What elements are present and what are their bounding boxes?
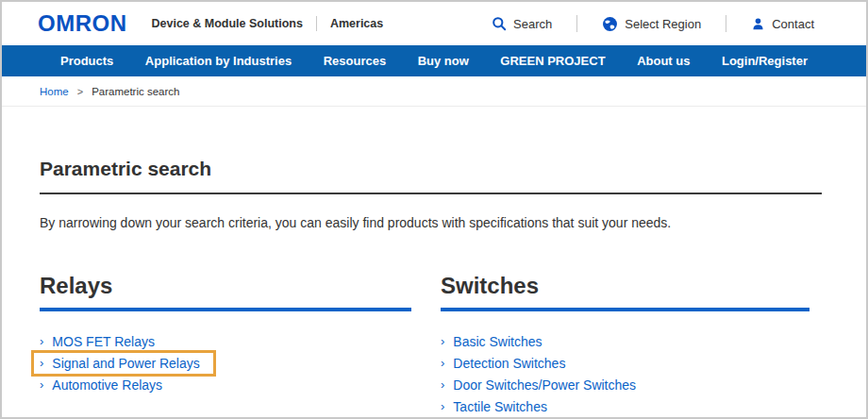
nav-item-resources[interactable]: Resources xyxy=(324,54,386,68)
chevron-right-icon: › xyxy=(441,357,444,369)
link-detection-switches[interactable]: Detection Switches xyxy=(453,356,565,371)
select-region-button[interactable]: Select Region xyxy=(602,16,701,32)
section-relays: Relays › MOS FET Relays › Signal and Pow… xyxy=(40,274,411,417)
breadcrumb-home-link[interactable]: Home xyxy=(40,86,69,97)
link-mos-fet-relays[interactable]: MOS FET Relays xyxy=(52,334,155,349)
header-divider xyxy=(316,16,317,31)
nav-item-about-us[interactable]: About us xyxy=(637,54,690,68)
division-label: Device & Module Solutions xyxy=(152,17,303,30)
utility-divider xyxy=(726,15,726,32)
breadcrumb: Home > Parametric search xyxy=(2,76,866,107)
link-door-switches-power-switches[interactable]: Door Switches/Power Switches xyxy=(453,377,636,393)
list-item: › Door Switches/Power Switches xyxy=(441,374,810,395)
nav-item-login-register[interactable]: Login/Register xyxy=(722,54,808,68)
relays-section-title: Relays xyxy=(40,274,411,298)
search-label: Search xyxy=(513,17,552,31)
switches-section-title: Switches xyxy=(441,274,810,298)
omron-logo[interactable]: OMRON xyxy=(38,12,127,35)
contact-button[interactable]: Contact xyxy=(751,17,814,31)
chevron-right-icon: › xyxy=(40,335,43,347)
relays-section-rule xyxy=(40,308,411,311)
utility-divider xyxy=(576,15,577,32)
link-basic-switches[interactable]: Basic Switches xyxy=(453,334,542,349)
switches-links: › Basic Switches › Detection Switches › … xyxy=(441,330,810,417)
relays-links: › MOS FET Relays › Signal and Power Rela… xyxy=(40,330,411,395)
nav-item-products[interactable]: Products xyxy=(60,54,113,68)
contact-label: Contact xyxy=(772,17,814,31)
nav-item-buy-now[interactable]: Buy now xyxy=(418,54,469,68)
globe-icon xyxy=(602,16,618,32)
page-description: By narrowing down your search criteria, … xyxy=(40,215,822,230)
link-tactile-switches[interactable]: Tactile Switches xyxy=(453,399,547,414)
link-signal-and-power-relays[interactable]: Signal and Power Relays xyxy=(52,356,199,371)
list-item: › Automotive Relays xyxy=(40,374,411,395)
nav-item-application-by-industries[interactable]: Application by Industries xyxy=(145,54,292,68)
nav-item-green-project[interactable]: GREEN PROJECT xyxy=(500,54,605,68)
search-button[interactable]: Search xyxy=(492,16,552,31)
list-item: › Signal and Power Relays xyxy=(40,352,411,374)
region-label: Americas xyxy=(330,17,383,30)
breadcrumb-separator: > xyxy=(77,86,83,97)
page-title: Parametric search xyxy=(40,158,822,194)
breadcrumb-current: Parametric search xyxy=(92,86,179,97)
main-navigation: Products Application by Industries Resou… xyxy=(2,45,866,76)
highlight-box: › Signal and Power Relays xyxy=(31,350,216,377)
omron-parametric-search-page: OMRON Device & Module Solutions Americas… xyxy=(0,0,868,419)
chevron-right-icon: › xyxy=(441,378,444,391)
chevron-right-icon: › xyxy=(441,400,444,412)
category-columns: Relays › MOS FET Relays › Signal and Pow… xyxy=(40,274,828,417)
main-content: Parametric search By narrowing down your… xyxy=(2,158,866,417)
chevron-right-icon: › xyxy=(441,335,444,347)
chevron-right-icon: › xyxy=(40,378,43,391)
link-automotive-relays[interactable]: Automotive Relays xyxy=(52,377,162,393)
site-header: OMRON Device & Module Solutions Americas… xyxy=(2,2,866,45)
header-utilities: Search Select Region Contact xyxy=(492,15,814,32)
select-region-label: Select Region xyxy=(625,17,701,31)
person-icon xyxy=(751,17,765,31)
switches-section-rule xyxy=(441,308,810,311)
search-icon xyxy=(492,16,507,31)
chevron-right-icon: › xyxy=(40,357,43,369)
list-item: › Detection Switches xyxy=(441,352,810,374)
list-item: › Tactile Switches xyxy=(441,395,810,417)
section-switches: Switches › Basic Switches › Detection Sw… xyxy=(441,274,810,417)
list-item: › Basic Switches xyxy=(441,330,810,352)
